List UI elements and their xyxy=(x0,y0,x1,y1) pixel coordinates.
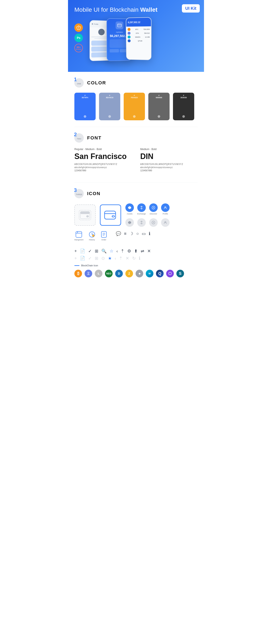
section-num-1: 1 ONE xyxy=(74,78,84,88)
color-swatch-dark: #303030 xyxy=(173,93,194,120)
color-swatches: #3574FA #8DA0C8 #F5A623 #666666 #303030 xyxy=(74,93,198,120)
qr-icon-gray: ⊞ xyxy=(95,256,98,261)
bitcoin-icon: ₿ xyxy=(74,270,82,277)
sky-icon: S xyxy=(176,270,184,277)
icon-discover-gray xyxy=(149,218,158,227)
swap-icon: ⇌ xyxy=(141,248,144,254)
hero-title: Mobile UI for Blockchain Wallet xyxy=(74,6,198,13)
icon-section-title: ICON xyxy=(87,191,100,196)
qtum-icon: Q xyxy=(156,270,164,277)
info-icon-gray: ℹ xyxy=(139,256,140,261)
section-num-3: 3 THREE xyxy=(74,189,84,198)
icon-exchange: Exchange xyxy=(137,204,146,215)
small-icons-row-1: 💬 ≡ ☽ ○ ▭ ℹ xyxy=(116,231,151,236)
wallet-icon-grid-placeholder xyxy=(74,204,96,226)
upload-icon: ⬆ xyxy=(134,248,138,254)
chat-icon: 💬 xyxy=(116,231,121,236)
icon-history: History xyxy=(88,231,96,241)
layers-icon: ≡ xyxy=(124,231,127,236)
color-swatch-orange: #F5A623 xyxy=(124,93,145,120)
plus-icon: + xyxy=(74,249,77,254)
font-section-header: 2 TWO FONT xyxy=(74,133,198,142)
utility-icons-row-1: + 📄 ✓ ⊞ 🔍 ☆ ‹ ⇡ ⚙ ⬆ ⇌ ✕ xyxy=(74,248,198,254)
polygon-icon: ⬡ xyxy=(166,270,174,277)
icon-assets-gray xyxy=(126,218,134,227)
svg-point-26 xyxy=(93,236,94,236)
font-row: Regular · Medium · Bold San Francisco AB… xyxy=(74,148,198,172)
icon-management: Mangment xyxy=(74,231,84,241)
svg-rect-6 xyxy=(86,215,89,218)
crypto-row: ₿ Ξ Ł NEO D Z ◈ W Q ⬡ S xyxy=(74,270,198,277)
document-icon-gray: 📄 xyxy=(80,256,85,261)
waves-icon: W xyxy=(146,270,154,277)
ps-badge: Ps xyxy=(74,34,83,42)
svg-point-18 xyxy=(153,222,154,223)
svg-rect-5 xyxy=(80,212,90,214)
svg-marker-10 xyxy=(128,206,131,209)
star-icon-blue: ★ xyxy=(108,256,112,261)
wallet-icon-row: Assets Exchange Discover xyxy=(74,204,198,227)
svg-rect-27 xyxy=(101,232,106,238)
neo-icon: NEO xyxy=(105,270,112,277)
font-din: Medium · Bold DIN ABCDEFGHIJKLMNOPQRSTUV… xyxy=(140,148,198,172)
sketch-badge xyxy=(74,24,83,32)
wallet-icon-blue xyxy=(100,204,121,226)
bottom-icons-row: Mangment History Orde xyxy=(74,231,107,241)
section-num-2: 2 TWO xyxy=(74,133,84,142)
color-swatch-gray-blue: #8DA0C8 xyxy=(99,93,120,120)
font-section-title: FONT xyxy=(87,135,102,141)
color-section-header: 1 ONE COLOR xyxy=(74,78,198,88)
ui-kit-badge: UI Kit xyxy=(182,4,200,12)
document-icon: 📄 xyxy=(80,248,85,254)
back-icon-gray: ‹ xyxy=(115,256,116,261)
search-icon: 🔍 xyxy=(101,248,107,254)
utility-icons-row-2: + 📄 ✓ ⊞ ⊙ ★ ‹ ⇡ ✕ ↻ ℹ xyxy=(74,256,198,261)
blockchain-line xyxy=(74,265,80,266)
svg-marker-15 xyxy=(128,221,131,224)
qr-icon: ⊞ xyxy=(95,248,98,254)
color-swatch-gray: #666666 xyxy=(148,93,170,120)
svg-rect-20 xyxy=(76,232,82,238)
info-icon: ℹ xyxy=(149,231,150,236)
icon-discover: Discover xyxy=(149,204,158,215)
share-icon-gray: ⇡ xyxy=(119,256,122,261)
share-icon: ⇡ xyxy=(121,248,124,254)
icon-section: 3 THREE ICON xyxy=(68,182,204,284)
color-section-title: COLOR xyxy=(87,80,106,86)
svg-rect-7 xyxy=(104,211,116,219)
svg-point-13 xyxy=(153,207,154,208)
check-icon: ✓ xyxy=(88,248,92,254)
screens-badge: 60+ Screens xyxy=(74,44,83,52)
hero-section: Mobile UI for Blockchain Wallet UI Kit P… xyxy=(68,0,204,72)
dash-icon: D xyxy=(115,270,123,277)
back-icon: ‹ xyxy=(116,249,118,254)
icon-order: Order xyxy=(100,231,107,241)
icon-profile-gray xyxy=(161,218,170,227)
circle-icon: ○ xyxy=(136,231,139,236)
litecoin-icon: Ł xyxy=(95,270,102,277)
grid-icon: ◈ xyxy=(136,270,143,277)
icon-exchange-gray xyxy=(137,218,146,227)
moon-icon: ☽ xyxy=(130,231,133,236)
icon-section-header: 3 THREE ICON xyxy=(74,189,198,198)
svg-point-9 xyxy=(112,216,114,217)
svg-rect-2 xyxy=(118,24,121,27)
search-icon-gray: ⊙ xyxy=(101,256,105,261)
icon-profile: Profile xyxy=(161,204,170,215)
comment-icon: ▭ xyxy=(142,231,146,236)
font-section: 2 TWO FONT Regular · Medium · Bold San F… xyxy=(68,127,204,182)
icon-assets: Assets xyxy=(126,204,134,215)
font-san-francisco: Regular · Medium · Bold San Francisco AB… xyxy=(74,148,132,172)
color-section: 1 ONE COLOR #3574FA #8DA0C8 #F5A623 #666… xyxy=(68,72,204,127)
close-icon: ✕ xyxy=(147,248,151,254)
plus-icon-gray: + xyxy=(74,256,77,261)
redo-icon-gray: ↻ xyxy=(132,256,136,261)
blockchain-label: BlockChain Icon xyxy=(74,264,198,267)
blockchain-text: BlockChain Icon xyxy=(81,264,98,267)
star-icon: ☆ xyxy=(110,248,114,254)
close-icon-gray: ✕ xyxy=(126,256,129,261)
settings-icon: ⚙ xyxy=(127,248,131,254)
ethereum-icon: Ξ xyxy=(84,270,92,277)
zcash-icon: Z xyxy=(126,270,133,277)
color-swatch-blue: #3574FA xyxy=(74,93,96,120)
